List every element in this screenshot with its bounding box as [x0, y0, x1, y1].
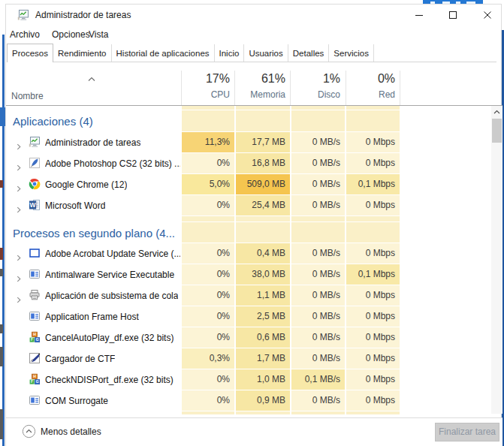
- heatmap-cell: [346, 216, 400, 221]
- scroll-up-icon[interactable]: [491, 106, 502, 118]
- expand-chevron-icon[interactable]: [16, 293, 22, 299]
- network-cell: 0 Mbps: [346, 132, 400, 152]
- tab-historial[interactable]: Historial de aplicaciones: [112, 44, 215, 62]
- process-name: Aplicación de subsistema de cola: [45, 285, 178, 306]
- printer-icon: [29, 289, 41, 301]
- section-row[interactable]: Aplicaciones (4): [6, 110, 491, 132]
- vertical-scrollbar[interactable]: [491, 106, 502, 414]
- process-row[interactable]: COM Surrogate 0% 0,9 MB 0 MB/s 0 Mbps: [6, 390, 491, 411]
- memory-cell: 0,6 MB: [236, 327, 290, 348]
- expand-chevron-icon[interactable]: [16, 251, 22, 257]
- end-task-button[interactable]: Finalizar tarea: [435, 423, 499, 441]
- tab-inicio[interactable]: Inicio: [215, 44, 245, 62]
- cpu-cell: 0%: [182, 243, 234, 264]
- disk-cell: 0 MB/s: [291, 348, 345, 369]
- section-row[interactable]: Procesos en segundo plano (4...: [6, 222, 491, 243]
- expand-chevron-icon[interactable]: [16, 161, 22, 167]
- process-list: Aplicaciones (4) Administrador de tareas…: [6, 106, 491, 415]
- expand-chevron-icon[interactable]: [16, 140, 22, 146]
- row-spacer: [6, 411, 491, 415]
- tab-procesos[interactable]: Procesos: [7, 44, 53, 62]
- expand-chevron-icon[interactable]: [16, 182, 22, 188]
- memory-total-usage: 61%: [236, 72, 290, 87]
- process-name: CheckNDISPort_df.exe (32 bits): [45, 369, 174, 390]
- network-cell: 0,1 Mbps: [346, 174, 400, 194]
- column-header-red[interactable]: Red: [346, 89, 400, 104]
- process-row[interactable]: Aplicación de subsistema de cola 0% 1,1 …: [6, 285, 491, 306]
- cpu-total-usage: 17%: [182, 72, 234, 87]
- process-row[interactable]: W Microsoft Word 0% 25,4 MB 0 MB/s 0 Mbp…: [6, 195, 491, 216]
- process-name: Administrador de tareas: [45, 132, 140, 153]
- network-cell: 0 Mbps: [346, 243, 400, 264]
- process-name: COM Surrogate: [45, 390, 108, 411]
- close-button[interactable]: [472, 5, 502, 26]
- task-manager-icon: [29, 136, 41, 148]
- disk-cell: 0 MB/s: [291, 306, 345, 327]
- svg-text:H: H: [33, 332, 36, 336]
- tab-servicios[interactable]: Servicios: [329, 44, 374, 62]
- network-cell: 0 Mbps: [346, 306, 400, 327]
- process-name: Application Frame Host: [45, 306, 139, 327]
- heatmap-cell: [182, 216, 234, 221]
- memory-cell: 0,4 MB: [236, 243, 290, 264]
- process-row[interactable]: Application Frame Host 0% 2,5 MB 0 MB/s …: [6, 306, 491, 327]
- less-details-toggle[interactable]: Menos detalles: [41, 426, 101, 437]
- network-cell: [346, 222, 400, 243]
- tab-usuarios[interactable]: Usuarios: [244, 44, 288, 62]
- window-title: Administrador de tareas: [35, 10, 131, 20]
- expand-chevron-icon[interactable]: [16, 272, 22, 278]
- process-row[interactable]: Antimalware Service Executable 0% 38,0 M…: [6, 264, 491, 285]
- footer-bar: Menos detalles Finalizar tarea: [6, 417, 502, 446]
- cpu-cell: [182, 110, 234, 131]
- disk-cell: 0 MB/s: [291, 243, 345, 264]
- disk-cell: 0 MB/s: [291, 153, 345, 173]
- memory-cell: 2,5 MB: [236, 306, 290, 327]
- process-name: Antimalware Service Executable: [45, 264, 174, 285]
- task-manager-icon: [17, 9, 29, 21]
- title-bar[interactable]: Administrador de tareas: [6, 5, 501, 26]
- cpu-cell: 0%: [182, 285, 234, 306]
- svg-text:G: G: [36, 379, 39, 384]
- heatmap-cell: [182, 106, 234, 110]
- tab-rendimiento[interactable]: Rendimiento: [53, 44, 112, 62]
- cpu-cell: 5,0%: [182, 174, 234, 194]
- process-row[interactable]: Adobe Acrobat Update Service (... 0% 0,4…: [6, 243, 491, 264]
- svg-text:F: F: [31, 337, 33, 342]
- svg-text:F: F: [31, 379, 33, 384]
- process-row[interactable]: HFG CancelAutoPlay_df.exe (32 bits) 0% 0…: [6, 327, 491, 348]
- expand-chevron-icon[interactable]: [16, 203, 22, 209]
- column-header-cpu[interactable]: CPU: [182, 89, 234, 104]
- column-header-memoria[interactable]: Memoria: [236, 89, 290, 104]
- network-cell: 0 Mbps: [346, 285, 400, 306]
- heatmap-cell: [236, 411, 290, 414]
- collapse-circle-icon[interactable]: [22, 424, 36, 438]
- background-window-fragment: [0, 107, 5, 126]
- network-cell: 0 Mbps: [346, 348, 400, 369]
- menu-archivo[interactable]: Archivo: [10, 29, 40, 40]
- column-header-disco[interactable]: Disco: [291, 89, 345, 104]
- minimize-button[interactable]: [403, 5, 435, 26]
- process-name: CancelAutoPlay_df.exe (32 bits): [45, 327, 174, 348]
- scrollbar-thumb[interactable]: [492, 119, 502, 143]
- heatmap-cell: [291, 411, 345, 414]
- acrobat-update-icon: [29, 247, 41, 259]
- maximize-button[interactable]: [436, 5, 469, 26]
- menu-opciones[interactable]: Opciones: [52, 29, 90, 40]
- background-text-fragment: [0, 324, 3, 333]
- process-row[interactable]: HFG CheckNDISPort_df.exe (32 bits) 0% 1,…: [6, 369, 491, 390]
- column-header-nombre[interactable]: Nombre: [11, 91, 44, 101]
- app-window-icon: [29, 394, 41, 406]
- photoshop-icon: [29, 157, 41, 169]
- process-row[interactable]: Adobe Photoshop CS2 (32 bits) ... 0% 16,…: [6, 153, 491, 174]
- menu-vista[interactable]: Vista: [89, 29, 108, 40]
- process-row[interactable]: Google Chrome (12) 5,0% 509,0 MB 0 MB/s …: [6, 174, 491, 195]
- cpu-cell: 0%: [182, 327, 234, 348]
- process-row[interactable]: Cargador de CTF 0,3% 1,7 MB 0 MB/s 0 Mbp…: [6, 348, 491, 369]
- column-separator: [290, 71, 291, 105]
- heatmap-cell: [182, 411, 234, 414]
- word-icon: W: [29, 199, 41, 211]
- column-separator: [234, 71, 235, 105]
- process-row[interactable]: Administrador de tareas 11,3% 17,7 MB 0 …: [6, 132, 491, 153]
- tab-detalles[interactable]: Detalles: [288, 44, 330, 62]
- cpu-cell: [182, 222, 234, 243]
